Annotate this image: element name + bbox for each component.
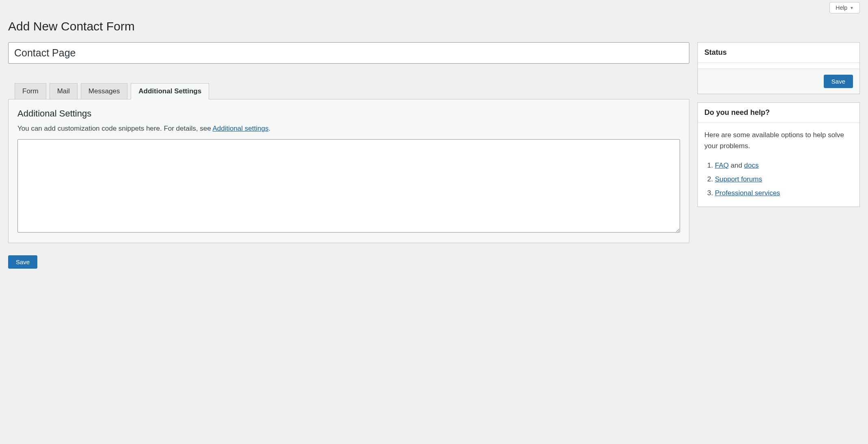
status-metabox: Status Save [697, 42, 860, 94]
help-intro: Here are some available options to help … [704, 129, 853, 151]
status-body [698, 63, 859, 69]
form-title-input[interactable] [8, 42, 689, 64]
tab-additional-settings[interactable]: Additional Settings [131, 83, 209, 99]
help-item-support: Support forums [715, 172, 853, 186]
page-title: Add New Contact Form [8, 19, 860, 33]
help-list: FAQ and docs Support forums Professional… [704, 159, 853, 200]
status-title: Status [704, 48, 853, 57]
tabs-nav: Form Mail Messages Additional Settings [15, 83, 689, 99]
save-button-sidebar[interactable]: Save [824, 75, 853, 88]
help-header: Do you need help? [698, 103, 859, 123]
status-header: Status [698, 43, 859, 63]
sidebar-column: Status Save Do you need help? Here are s… [697, 42, 860, 215]
save-button-bottom[interactable]: Save [8, 255, 37, 269]
help-item-faq: FAQ and docs [715, 159, 853, 172]
panel-desc-prefix: You can add customization code snippets … [17, 125, 212, 132]
help-button[interactable]: Help ▼ [829, 2, 860, 13]
help-item-pro: Professional services [715, 186, 853, 200]
help-metabox: Do you need help? Here are some availabl… [697, 102, 860, 207]
tab-mail-label: Mail [57, 87, 70, 95]
professional-services-link[interactable]: Professional services [715, 189, 780, 197]
save-button-sidebar-label: Save [831, 78, 845, 85]
faq-mid: and [729, 162, 744, 169]
chevron-down-icon: ▼ [850, 6, 854, 10]
tab-messages[interactable]: Messages [81, 83, 127, 99]
help-button-label: Help [836, 4, 847, 11]
panel-description: You can add customization code snippets … [17, 125, 680, 133]
tab-form-label: Form [22, 87, 39, 95]
tab-additional-label: Additional Settings [138, 87, 201, 95]
main-column: Form Mail Messages Additional Settings A… [8, 42, 689, 269]
additional-settings-textarea[interactable] [17, 139, 680, 233]
help-title: Do you need help? [704, 108, 853, 117]
tab-messages-label: Messages [89, 87, 120, 95]
status-footer: Save [698, 69, 859, 94]
support-forums-link[interactable]: Support forums [715, 175, 762, 183]
panel-desc-suffix: . [268, 125, 270, 132]
faq-link[interactable]: FAQ [715, 162, 729, 169]
save-button-bottom-label: Save [16, 259, 30, 265]
tab-mail[interactable]: Mail [50, 83, 78, 99]
panel-heading: Additional Settings [17, 108, 680, 119]
help-body: Here are some available options to help … [698, 123, 859, 207]
tab-panel-additional-settings: Additional Settings You can add customiz… [8, 99, 689, 243]
docs-link[interactable]: docs [744, 162, 759, 169]
tab-form[interactable]: Form [15, 83, 46, 99]
additional-settings-link[interactable]: Additional settings [212, 125, 268, 132]
